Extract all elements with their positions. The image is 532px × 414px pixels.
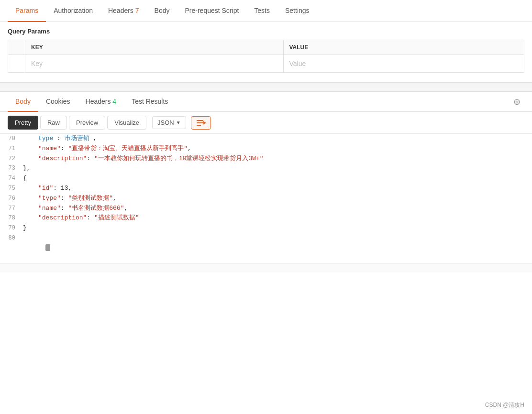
wrap-button[interactable] [191, 116, 211, 130]
key-input-cell[interactable]: Key [25, 55, 284, 73]
line-num-78: 78 [0, 214, 19, 223]
response-tab-body[interactable]: Body [8, 92, 38, 112]
bottom-bar [0, 263, 532, 272]
response-tabs-left: Body Cookies Headers 4 Test Results [8, 92, 176, 111]
response-tab-headers[interactable]: Headers 4 [78, 92, 124, 112]
params-table: KEY VALUE Key Value [8, 40, 524, 73]
line-num-76: 76 [0, 194, 19, 203]
code-line-78: 78 "description": "描述测试数据" [0, 213, 532, 223]
line-num-77: 77 [0, 204, 19, 213]
tab-authorization[interactable]: Authorization [46, 0, 100, 22]
tab-pre-request-script[interactable]: Pre-request Script [177, 0, 246, 22]
tab-headers[interactable]: Headers 7 [100, 0, 147, 22]
response-tab-cookies[interactable]: Cookies [38, 92, 78, 112]
chevron-down-icon: ▼ [176, 120, 181, 125]
code-area: 70 type : 市场营销 , 71 "name": "直播带货：淘宝、天猫直… [0, 134, 532, 263]
code-line-72: 72 "description": "一本教你如何玩转直播的书，10堂课轻松实现… [0, 154, 532, 164]
tab-tests[interactable]: Tests [246, 0, 277, 22]
tab-settings[interactable]: Settings [277, 0, 317, 22]
code-line-71: 71 "name": "直播带货：淘宝、天猫直播从新手到高手", [0, 144, 532, 154]
code-line-79: 79 } [0, 223, 532, 233]
globe-icon[interactable]: ⊕ [510, 93, 524, 111]
code-line-73: 73 }, [0, 163, 532, 174]
row-checkbox [8, 55, 25, 73]
key-col-header: KEY [25, 40, 284, 55]
query-params-title: Query Params [8, 28, 524, 35]
format-btn-preview[interactable]: Preview [69, 116, 105, 130]
code-line-75: 75 "id": 13, [0, 184, 532, 194]
line-num-72: 72 [0, 154, 19, 163]
line-num-73: 73 [0, 164, 19, 173]
format-btn-raw[interactable]: Raw [40, 116, 67, 130]
response-tabs-bar: Body Cookies Headers 4 Test Results ⊕ [0, 92, 532, 112]
format-btn-pretty[interactable]: Pretty [8, 116, 38, 130]
code-line-74: 74 { [0, 174, 532, 184]
params-row-empty: Key Value [8, 55, 524, 73]
request-tabs-bar: Params Authorization Headers 7 Body Pre-… [0, 0, 532, 22]
code-line-80: 80 [0, 233, 532, 263]
tab-body[interactable]: Body [147, 0, 177, 22]
section-divider [0, 82, 532, 92]
value-input-cell[interactable]: Value [283, 55, 524, 73]
code-line-77: 77 "name": "书名测试数据666", [0, 204, 532, 214]
line-num-75: 75 [0, 184, 19, 193]
line-num-74: 74 [0, 174, 19, 183]
format-btn-visualize[interactable]: Visualize [107, 116, 146, 130]
value-col-header: VALUE [283, 40, 524, 55]
code-line-76: 76 "type": "类别测试数据", [0, 194, 532, 204]
wrap-icon [196, 119, 206, 127]
line-num-71: 71 [0, 144, 19, 153]
query-params-section: Query Params KEY VALUE Key Value [0, 22, 532, 73]
line-num-79: 79 [0, 224, 19, 233]
line-num-80: 80 [0, 234, 19, 243]
line-num-70: 70 [0, 134, 19, 143]
tab-params[interactable]: Params [8, 0, 46, 22]
json-format-select[interactable]: JSON ▼ [152, 116, 186, 129]
response-tab-test-results[interactable]: Test Results [124, 92, 176, 112]
code-line-70: 70 type : 市场营销 , [0, 134, 532, 144]
checkbox-col-header [8, 40, 25, 55]
format-bar: Pretty Raw Preview Visualize JSON ▼ [0, 112, 532, 134]
